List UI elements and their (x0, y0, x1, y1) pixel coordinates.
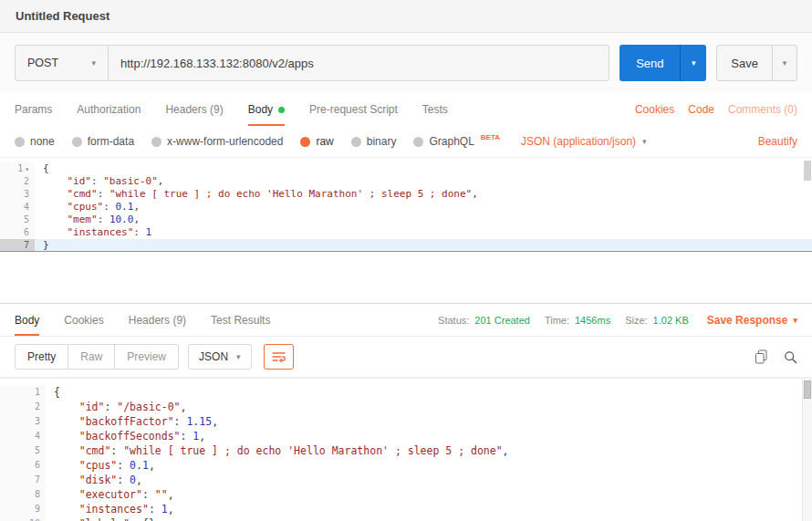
response-tabs: Body Cookies Headers (9) Test Results St… (0, 304, 812, 337)
scrollbar-thumb[interactable] (804, 380, 811, 399)
method-label: POST (27, 57, 58, 69)
code-text: "cmd": "while [ true ] ; do echo 'Hello … (46, 443, 812, 458)
request-editor-scrollbar[interactable] (804, 161, 811, 181)
mode-none[interactable]: none (15, 135, 55, 148)
search-icon (784, 350, 797, 364)
content-type-label: JSON (application/json) (521, 135, 636, 148)
line-number: 5 (0, 214, 35, 226)
code-line[interactable]: 5 "mem": 10.0, (0, 214, 812, 226)
code-text: "id": "/basic-0", (46, 400, 812, 414)
code-text: "id": "basic-0", (35, 175, 812, 188)
code-line[interactable]: 2 "id": "basic-0", (0, 175, 812, 188)
tab-authorization[interactable]: Authorization (77, 93, 141, 126)
save-dropdown-button[interactable]: ▾ (772, 46, 796, 80)
code-text: "executor": "", (46, 487, 812, 502)
code-text: "instances": 1 (35, 226, 812, 239)
fold-arrow-icon[interactable]: ▾ (25, 165, 29, 173)
body-mode-row: none form-data x-www-form-urlencoded raw… (0, 126, 812, 157)
tab-prerequest-script[interactable]: Pre-request Script (309, 93, 398, 126)
send-dropdown-button[interactable]: ▾ (680, 45, 706, 81)
line-number: 10 (0, 516, 46, 521)
response-tab-headers[interactable]: Headers (9) (129, 304, 186, 336)
save-button[interactable]: Save (717, 46, 772, 80)
request-bar: POST ▾ Send ▾ Save ▾ (0, 33, 812, 93)
line-number: 6 (0, 226, 35, 239)
code-line[interactable]: 10 "labels": {}, (0, 516, 812, 521)
radio-icon (15, 137, 25, 147)
response-tab-test-results[interactable]: Test Results (211, 304, 270, 336)
mode-raw[interactable]: raw (300, 135, 333, 148)
code-line[interactable]: 2 "id": "/basic-0", (0, 400, 812, 414)
code-line[interactable]: 4 "backoffSeconds": 1, (0, 429, 812, 443)
tab-headers[interactable]: Headers (9) (165, 93, 223, 126)
response-tab-body[interactable]: Body (15, 304, 39, 336)
mode-binary-label: binary (367, 135, 397, 148)
request-tabs: Params Authorization Headers (9) Body Pr… (0, 93, 812, 126)
chevron-down-icon: ▾ (793, 316, 797, 325)
radio-icon (72, 137, 82, 147)
save-split-button: Save ▾ (716, 45, 797, 81)
mode-none-label: none (30, 135, 55, 148)
code-line[interactable]: 1{ (0, 385, 812, 400)
copy-button[interactable] (755, 349, 768, 364)
radio-icon (351, 137, 361, 147)
save-response-button[interactable]: Save Response ▾ (707, 314, 797, 327)
method-dropdown[interactable]: POST ▾ (16, 46, 109, 80)
search-button[interactable] (784, 350, 797, 364)
radio-icon (151, 137, 161, 147)
line-number: 7 (0, 239, 35, 251)
chevron-down-icon: ▾ (91, 58, 96, 68)
code-link[interactable]: Code (688, 103, 714, 116)
code-text: "disk": 0, (46, 473, 812, 487)
radio-icon (413, 137, 423, 147)
response-editor[interactable]: 1{2 "id": "/basic-0",3 "backoffFactor": … (0, 378, 812, 521)
mode-binary[interactable]: binary (351, 135, 397, 148)
mode-urlencoded-label: x-www-form-urlencoded (167, 135, 283, 148)
save-response-label: Save Response (707, 314, 788, 327)
code-line[interactable]: 1▾{ (0, 162, 812, 175)
response-toolbar: Pretty Raw Preview JSON ▾ (0, 337, 812, 378)
size-value: 1.02 KB (653, 315, 689, 326)
content-type-dropdown[interactable]: JSON (application/json) ▾ (521, 135, 647, 148)
mode-urlencoded[interactable]: x-www-form-urlencoded (151, 135, 283, 148)
comments-link[interactable]: Comments (0) (728, 103, 797, 116)
wrap-text-button[interactable] (264, 344, 294, 370)
code-line[interactable]: 3 "cmd": "while [ true ] ; do echo 'Hell… (0, 188, 812, 201)
code-line[interactable]: 6 "instances": 1 (0, 226, 812, 239)
code-line[interactable]: 7 "disk": 0, (0, 473, 812, 487)
code-line[interactable]: 5 "cmd": "while [ true ] ; do echo 'Hell… (0, 443, 812, 458)
postman-window: Untitled Request POST ▾ Send ▾ Save ▾ Pa… (0, 0, 812, 521)
url-input[interactable] (109, 46, 609, 80)
time-value: 1456ms (575, 315, 610, 326)
response-tab-cookies[interactable]: Cookies (64, 304, 103, 336)
line-number: 5 (0, 443, 46, 458)
size-label: Size: (625, 315, 647, 326)
response-editor-scrollbar[interactable] (802, 379, 812, 521)
tab-tests[interactable]: Tests (422, 93, 448, 126)
response-format-dropdown[interactable]: JSON ▾ (188, 344, 252, 370)
beautify-link[interactable]: Beautify (758, 135, 797, 148)
code-line[interactable]: 6 "cpus": 0.1, (0, 458, 812, 473)
raw-button[interactable]: Raw (68, 344, 115, 370)
code-line[interactable]: 7} (0, 239, 812, 252)
code-line[interactable]: 3 "backoffFactor": 1.15, (0, 414, 812, 429)
preview-button[interactable]: Preview (115, 344, 179, 370)
copy-icon (755, 349, 768, 364)
body-filled-indicator-icon (278, 107, 285, 113)
cookies-link[interactable]: Cookies (635, 103, 674, 116)
send-button[interactable]: Send (619, 45, 680, 81)
code-line[interactable]: 9 "instances": 1, (0, 502, 812, 516)
code-line[interactable]: 4 "cpus": 0.1, (0, 201, 812, 214)
tab-params[interactable]: Params (15, 93, 52, 126)
mode-graphql[interactable]: GraphQL BETA (413, 135, 500, 148)
request-editor[interactable]: 1▾{2 "id": "basic-0",3 "cmd": "while [ t… (0, 157, 812, 303)
request-editor-lines: 1▾{2 "id": "basic-0",3 "cmd": "while [ t… (0, 162, 812, 252)
mode-form-data[interactable]: form-data (72, 135, 134, 148)
status-label: Status: (438, 315, 469, 326)
chevron-down-icon: ▾ (692, 58, 696, 68)
pretty-button[interactable]: Pretty (15, 344, 68, 370)
tab-body[interactable]: Body (248, 93, 285, 126)
code-line[interactable]: 8 "executor": "", (0, 487, 812, 502)
code-text: { (46, 385, 812, 400)
status-value: 201 Created (474, 315, 530, 326)
